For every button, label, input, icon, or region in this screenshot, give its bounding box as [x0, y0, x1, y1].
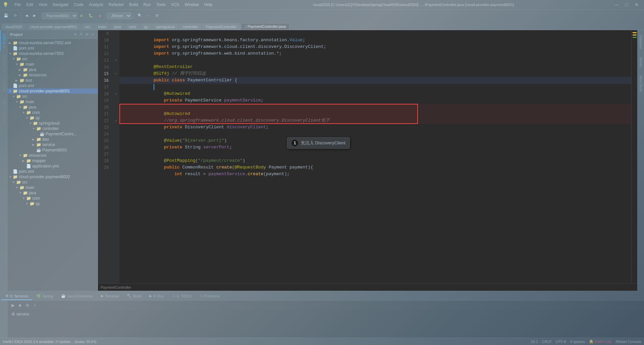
ln-28: 28	[98, 157, 111, 164]
ln-19: 19	[98, 97, 111, 104]
gi-9	[113, 30, 119, 37]
gi-11	[113, 44, 119, 50]
gutter: ✓ ✓ ✓ ✓	[113, 30, 119, 283]
gi-26	[113, 144, 119, 151]
ln-10: 10	[98, 37, 111, 44]
gi-18: ✓	[113, 90, 119, 97]
ln-23: 23	[98, 124, 111, 131]
gi-23	[113, 124, 119, 131]
code-line-24: @Value("${server.port}")	[119, 131, 631, 137]
ln-12: 12	[98, 50, 111, 57]
code-line-21: //org.springframework.cloud.client.disco…	[119, 111, 631, 117]
gi-12	[113, 50, 119, 57]
ln-17: 17	[98, 84, 111, 90]
ln-14: 14	[98, 64, 111, 70]
tooltip-text: 先注入 DiscoveryClient	[301, 140, 345, 146]
code-line-18: private PaymentService paymentService;	[119, 90, 631, 97]
code-editor: 9 10 11 12 13 14 15 16 17 18 19 20 21 22…	[98, 30, 637, 291]
ln-9: 9	[98, 30, 111, 37]
code-line-9: import org.springframework.beans.factory…	[119, 30, 631, 37]
gi-27	[113, 151, 119, 157]
ln-13: 13	[98, 57, 111, 64]
code-line-14: @Slf4j // 用于打印日志	[119, 64, 631, 70]
ok-indicator	[633, 37, 637, 38]
code-line-13: @RestController	[119, 57, 631, 64]
gi-17	[113, 84, 119, 90]
ln-18: 18	[98, 90, 111, 97]
ln-20: 20	[98, 104, 111, 111]
ln-15: 15	[98, 70, 111, 77]
project-tab[interactable]: 1: Project	[0, 30, 7, 51]
ln-11: 11	[98, 44, 111, 50]
gi-22: ✓	[113, 117, 119, 124]
line-numbers: 9 10 11 12 13 14 15 16 17 18 19 20 21 22…	[98, 30, 113, 283]
gi-28	[113, 157, 119, 164]
gi-24	[113, 131, 119, 137]
ln-21: 21	[98, 111, 111, 117]
ln-22: 22	[98, 117, 111, 124]
warning-indicator-1	[633, 32, 637, 33]
web-tab[interactable]: Web	[0, 95, 7, 109]
ln-24: 24	[98, 131, 111, 137]
code-line-27: @PostMapping("/payment/create")	[119, 151, 631, 157]
gi-21	[113, 111, 119, 117]
code-content[interactable]: 1 先注入 DiscoveryClient import org.springf…	[119, 30, 631, 283]
gi-13: ✓	[113, 57, 119, 64]
gi-29	[113, 164, 119, 171]
ln-16: 16	[98, 77, 111, 84]
gi-16	[113, 77, 119, 84]
favorites-tab[interactable]: 2: Favorites	[0, 51, 7, 75]
tooltip-number: 1	[291, 140, 298, 146]
gi-10	[113, 37, 119, 44]
gi-14	[113, 64, 119, 70]
code-line-17: @Autowired	[119, 84, 631, 90]
structure-tab[interactable]: Structure	[0, 75, 7, 96]
right-scroll-indicators	[631, 30, 637, 283]
ln-27: 27	[98, 151, 111, 157]
gi-25	[113, 137, 119, 144]
breadcrumb-bar: PaymentController	[98, 283, 637, 291]
warning-indicator-2	[633, 34, 637, 36]
code-line-20: @Autowired	[119, 104, 631, 111]
breadcrumb-label: PaymentController	[101, 285, 131, 289]
ln-29: 29	[98, 164, 111, 171]
gi-15: ✓	[113, 70, 119, 77]
tooltip-popup: 1 先注入 DiscoveryClient	[287, 137, 350, 149]
ln-26: 26	[98, 144, 111, 151]
ln-25: 25	[98, 137, 111, 144]
gi-20	[113, 104, 119, 111]
gi-19	[113, 97, 119, 104]
jrebel-side-tab[interactable]: JRebel	[0, 109, 7, 126]
code-scroll-area[interactable]: 9 10 11 12 13 14 15 16 17 18 19 20 21 22…	[98, 30, 637, 283]
